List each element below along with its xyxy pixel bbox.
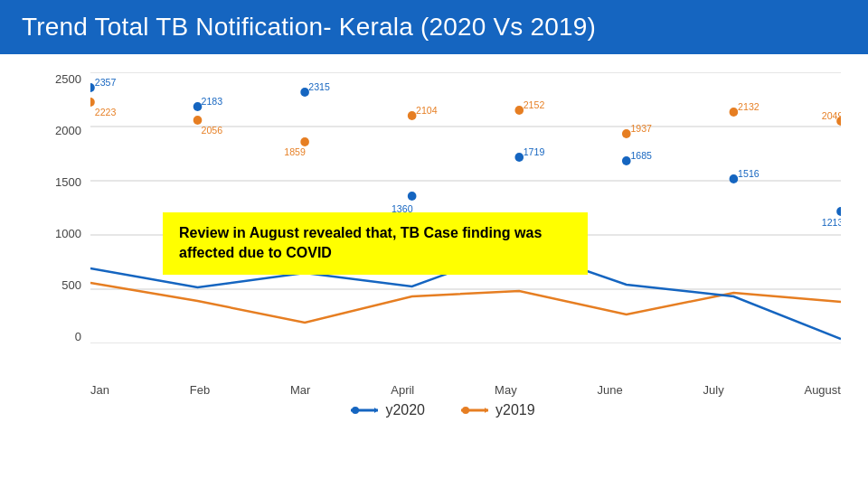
y-label-0: 0 xyxy=(45,330,81,343)
legend-line-y2019-icon xyxy=(461,405,488,416)
svg-text:2315: 2315 xyxy=(308,81,330,92)
line-chart: 2357 2183 2315 1360 1719 1685 1516 1213 xyxy=(90,72,841,343)
svg-point-24 xyxy=(193,116,203,125)
legend-y2019-label: y2019 xyxy=(495,402,535,418)
svg-text:2104: 2104 xyxy=(416,105,438,116)
svg-point-26 xyxy=(300,137,309,146)
x-label-april: April xyxy=(391,383,414,397)
svg-text:1937: 1937 xyxy=(630,123,652,134)
y-label-500: 500 xyxy=(45,278,81,292)
y-label-2500: 2500 xyxy=(45,72,81,86)
svg-point-34 xyxy=(730,108,739,117)
annotation-box: Review in August revealed that, TB Case … xyxy=(163,212,588,275)
page-title: Trend Total TB Notification- Kerala (202… xyxy=(22,13,596,41)
svg-text:2132: 2132 xyxy=(738,101,760,112)
chart-container: 0 500 1000 1500 2000 2500 2357 xyxy=(45,72,841,380)
x-label-may: May xyxy=(495,383,517,397)
y-label-1500: 1500 xyxy=(45,175,81,189)
svg-text:2056: 2056 xyxy=(202,125,223,136)
svg-text:1719: 1719 xyxy=(524,146,545,157)
svg-text:2183: 2183 xyxy=(202,96,223,107)
svg-text:1213: 1213 xyxy=(822,217,841,228)
legend-line-y2020-icon xyxy=(351,405,378,416)
legend-y2020-label: y2020 xyxy=(385,402,425,418)
svg-point-30 xyxy=(514,106,524,115)
chart-area: 0 500 1000 1500 2000 2500 2357 xyxy=(0,54,868,443)
y-axis: 0 500 1000 1500 2000 2500 xyxy=(45,72,81,343)
x-label-june: June xyxy=(597,383,622,397)
legend-y2020: y2020 xyxy=(351,402,425,418)
svg-marker-43 xyxy=(485,408,488,413)
svg-point-39 xyxy=(352,407,359,414)
x-label-august: August xyxy=(804,383,840,397)
x-label-mar: Mar xyxy=(290,383,310,397)
y-label-2000: 2000 xyxy=(45,124,81,137)
svg-point-16 xyxy=(622,156,631,165)
x-label-jan: Jan xyxy=(90,383,109,397)
chart-legend: y2020 y2019 xyxy=(45,402,841,418)
legend-y2019: y2019 xyxy=(461,402,535,418)
svg-point-14 xyxy=(514,153,524,162)
x-axis: Jan Feb Mar April May June July August xyxy=(90,380,841,397)
svg-text:2049: 2049 xyxy=(822,110,841,121)
svg-point-32 xyxy=(622,129,631,138)
svg-text:2223: 2223 xyxy=(95,107,117,117)
svg-marker-40 xyxy=(374,408,378,413)
svg-point-42 xyxy=(462,407,469,414)
svg-point-20 xyxy=(836,207,841,216)
svg-text:2357: 2357 xyxy=(95,77,117,88)
y-label-1000: 1000 xyxy=(45,227,81,240)
svg-point-18 xyxy=(730,174,739,183)
annotation-text: Review in August revealed that, TB Case … xyxy=(179,225,542,260)
svg-point-12 xyxy=(408,192,417,201)
header: Trend Total TB Notification- Kerala (202… xyxy=(0,0,868,54)
svg-point-22 xyxy=(90,98,95,107)
svg-text:1859: 1859 xyxy=(284,146,306,157)
svg-text:2152: 2152 xyxy=(524,99,545,110)
x-label-feb: Feb xyxy=(190,383,210,397)
svg-text:1685: 1685 xyxy=(630,150,652,161)
svg-text:1516: 1516 xyxy=(738,168,760,179)
x-label-july: July xyxy=(703,383,724,397)
